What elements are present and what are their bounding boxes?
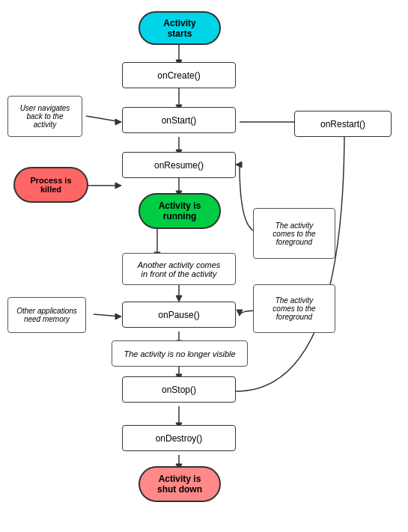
onstart-node: onStart() xyxy=(122,107,236,133)
oncreate-label: onCreate() xyxy=(157,70,200,81)
activity-starts-label: Activity starts xyxy=(163,18,195,39)
ondestroy-node: onDestroy() xyxy=(122,425,236,451)
other-apps-note: Other applications need memory xyxy=(7,297,86,333)
onrestart-node: onRestart() xyxy=(294,111,392,137)
activity-foreground-1-note: The activity comes to the foreground xyxy=(253,208,335,259)
svg-marker-11 xyxy=(176,296,182,302)
activity-running-label: Activity is running xyxy=(159,201,201,221)
onstop-label: onStop() xyxy=(162,385,196,395)
svg-line-24 xyxy=(86,116,121,122)
no-longer-visible-node: The activity is no longer visible xyxy=(112,340,248,367)
activity-starts-node: Activity starts xyxy=(138,11,221,45)
activity-lifecycle-diagram: Activity starts onCreate() User navigate… xyxy=(0,0,408,532)
another-activity-label: Another activity comes in front of the a… xyxy=(138,260,221,278)
svg-marker-27 xyxy=(115,183,121,189)
process-killed-label: Process is killed xyxy=(30,176,71,194)
svg-line-28 xyxy=(94,314,121,317)
svg-marker-29 xyxy=(115,314,121,319)
onstart-label: onStart() xyxy=(162,115,197,126)
onresume-label: onResume() xyxy=(154,160,204,171)
activity-foreground-2-note: The activity comes to the foreground xyxy=(253,284,335,333)
activity-foreground-2-label: The activity comes to the foreground xyxy=(272,296,315,321)
activity-foreground-1-label: The activity comes to the foreground xyxy=(272,221,315,246)
activity-shutdown-label: Activity is shut down xyxy=(157,474,202,495)
onpause-node: onPause() xyxy=(122,302,236,328)
oncreate-node: onCreate() xyxy=(122,62,236,88)
svg-marker-25 xyxy=(115,119,121,125)
onrestart-label: onRestart() xyxy=(320,119,365,129)
onresume-node: onResume() xyxy=(122,152,236,178)
onpause-label: onPause() xyxy=(158,310,199,320)
svg-marker-23 xyxy=(237,310,243,316)
svg-marker-22 xyxy=(236,162,242,168)
process-killed-node: Process is killed xyxy=(13,167,88,203)
onstop-node: onStop() xyxy=(122,376,236,403)
activity-shutdown-node: Activity is shut down xyxy=(138,466,221,502)
another-activity-note: Another activity comes in front of the a… xyxy=(122,253,236,285)
user-navigates-label: User navigates back to the activity xyxy=(20,104,70,129)
no-longer-visible-label: The activity is no longer visible xyxy=(124,349,235,358)
other-apps-label: Other applications need memory xyxy=(16,307,77,323)
ondestroy-label: onDestroy() xyxy=(156,433,203,444)
user-navigates-note: User navigates back to the activity xyxy=(7,96,82,137)
activity-running-node: Activity is running xyxy=(138,193,221,229)
